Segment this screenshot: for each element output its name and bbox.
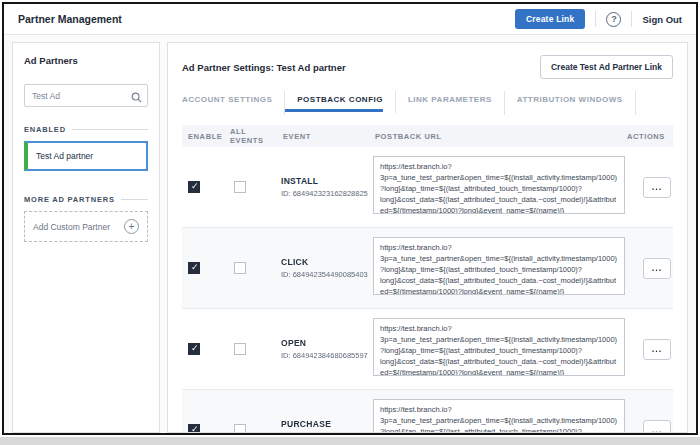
enabled-label: ENABLED bbox=[24, 125, 66, 134]
divider bbox=[121, 199, 148, 200]
enable-checkbox[interactable] bbox=[188, 424, 200, 432]
table-row-purchase: PURCHASE ID: 684942403815100446 https://… bbox=[182, 390, 673, 432]
postback-url-input[interactable]: https://test.branch.io?3p=a_tune_test_pa… bbox=[373, 318, 625, 376]
enable-checkbox[interactable] bbox=[188, 343, 200, 355]
row-actions-button[interactable]: ... bbox=[643, 339, 671, 360]
divider bbox=[72, 129, 148, 130]
column-header-enable: ENABLE bbox=[182, 132, 228, 141]
postback-url-input[interactable]: https://test.branch.io?3p=a_tune_test_pa… bbox=[373, 399, 625, 432]
row-actions-button[interactable]: ... bbox=[643, 177, 671, 198]
column-header-all-events: ALL EVENTS bbox=[228, 127, 281, 145]
help-icon[interactable]: ? bbox=[606, 12, 621, 27]
ad-partners-sidebar: Ad Partners ENABLED Test Ad partner MORE… bbox=[12, 42, 160, 433]
event-name: OPEN bbox=[281, 338, 373, 348]
event-id: ID: 684942384680685597 bbox=[281, 351, 373, 360]
add-custom-partner-label: Add Custom Partner bbox=[33, 222, 110, 232]
settings-tabs: ACCOUNT SETTINGS POSTBACK CONFIG LINK PA… bbox=[182, 91, 673, 115]
page-title: Partner Management bbox=[18, 13, 122, 25]
top-bar: Partner Management Create Link ? Sign Ou… bbox=[4, 4, 696, 35]
table-row-install: INSTALL ID: 684942323162828825 https://t… bbox=[182, 147, 673, 228]
enable-checkbox[interactable] bbox=[188, 262, 200, 274]
event-name: CLICK bbox=[281, 257, 373, 267]
partner-settings-panel: Ad Partner Settings: Test Ad partner Cre… bbox=[167, 42, 688, 433]
content-area: Ad Partners ENABLED Test Ad partner MORE… bbox=[4, 35, 696, 433]
enabled-section-header: ENABLED bbox=[24, 125, 148, 134]
search-icon bbox=[131, 89, 142, 107]
divider bbox=[595, 11, 596, 27]
postback-url-input[interactable]: https://test.branch.io?3p=a_tune_test_pa… bbox=[373, 156, 625, 214]
desktop-background bbox=[0, 437, 700, 445]
tab-postback-config[interactable]: POSTBACK CONFIG bbox=[285, 91, 396, 115]
add-custom-partner-button[interactable]: Add Custom Partner + bbox=[24, 211, 148, 242]
divider bbox=[631, 11, 632, 27]
postback-url-input[interactable]: https://test.branch.io?3p=a_tune_test_pa… bbox=[373, 237, 625, 295]
column-header-actions: ACTIONS bbox=[625, 132, 673, 141]
event-id: ID: 684942354490085403 bbox=[281, 270, 373, 279]
row-actions-button[interactable]: ... bbox=[643, 258, 671, 279]
enable-checkbox[interactable] bbox=[188, 181, 200, 193]
table-header: ENABLE ALL EVENTS EVENT POSTBACK URL ACT… bbox=[182, 125, 673, 147]
event-name: INSTALL bbox=[281, 176, 373, 186]
tab-attribution-windows[interactable]: ATTRIBUTION WINDOWS bbox=[505, 91, 636, 115]
all-events-checkbox[interactable] bbox=[234, 181, 246, 193]
plus-circle-icon: + bbox=[124, 219, 139, 234]
app-window: Partner Management Create Link ? Sign Ou… bbox=[2, 2, 698, 435]
tab-link-parameters[interactable]: LINK PARAMETERS bbox=[396, 91, 505, 115]
row-actions-button[interactable]: ... bbox=[643, 420, 671, 433]
column-header-event: EVENT bbox=[281, 132, 373, 141]
all-events-checkbox[interactable] bbox=[234, 424, 246, 432]
create-link-button[interactable]: Create Link bbox=[515, 9, 586, 29]
sign-out-button[interactable]: Sign Out bbox=[642, 14, 682, 25]
table-row-open: OPEN ID: 684942384680685597 https://test… bbox=[182, 309, 673, 390]
column-header-postback-url: POSTBACK URL bbox=[373, 132, 625, 141]
postback-table: ENABLE ALL EVENTS EVENT POSTBACK URL ACT… bbox=[182, 125, 673, 432]
settings-title: Ad Partner Settings: Test Ad partner bbox=[182, 62, 346, 73]
tab-account-settings[interactable]: ACCOUNT SETTINGS bbox=[182, 91, 285, 115]
event-name: PURCHASE bbox=[281, 419, 373, 429]
more-partners-label: MORE AD PARTNERS bbox=[24, 195, 115, 204]
all-events-checkbox[interactable] bbox=[234, 343, 246, 355]
topbar-actions: Create Link ? Sign Out bbox=[515, 9, 682, 29]
create-test-ad-partner-link-button[interactable]: Create Test Ad Partner Link bbox=[540, 55, 673, 79]
sidebar-item-test-ad-partner[interactable]: Test Ad partner bbox=[24, 141, 148, 171]
search-input[interactable] bbox=[24, 84, 148, 107]
partner-search bbox=[24, 84, 148, 107]
sidebar-title: Ad Partners bbox=[24, 55, 148, 66]
settings-header: Ad Partner Settings: Test Ad partner Cre… bbox=[182, 55, 673, 79]
table-row-click: CLICK ID: 684942354490085403 https://tes… bbox=[182, 228, 673, 309]
event-id: ID: 684942323162828825 bbox=[281, 189, 373, 198]
all-events-checkbox[interactable] bbox=[234, 262, 246, 274]
more-partners-section-header: MORE AD PARTNERS bbox=[24, 195, 148, 204]
